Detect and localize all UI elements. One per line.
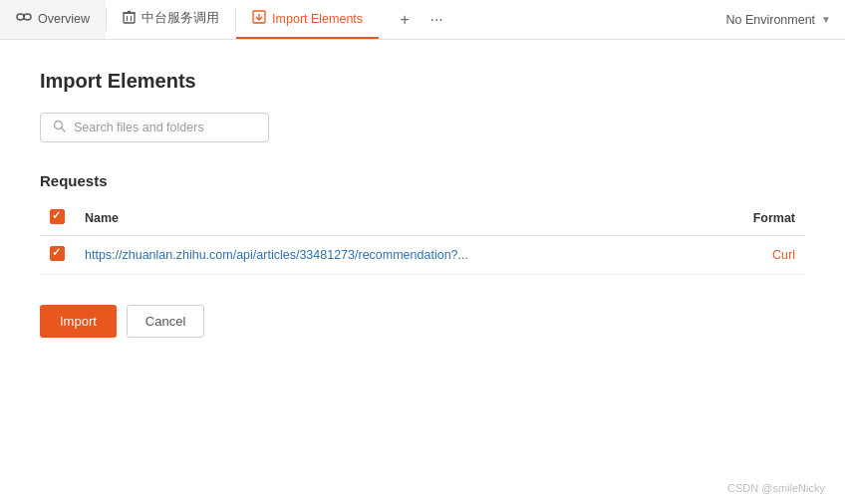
table-row: https://zhuanlan.zhihu.com/api/articles/… [40,236,805,275]
tab-import-elements-label: Import Elements [272,12,363,26]
tab-zhongtai[interactable]: 中台服务调用 [107,0,235,39]
environment-selector[interactable]: No Environment ▼ [711,0,845,39]
search-placeholder: Search files and folders [74,121,204,134]
header-name: Name [75,201,707,236]
footer-credit: CSDN @smileNicky [727,482,825,494]
row-checkbox-cell [40,236,75,275]
header-checkbox-cell [40,201,75,236]
name-cell: https://zhuanlan.zhihu.com/api/articles/… [85,248,698,262]
url-link[interactable]: https://zhuanlan.zhihu.com/api/articles/… [85,248,468,262]
svg-point-0 [17,14,24,20]
more-tabs-button[interactable]: ··· [422,6,450,34]
import-icon [252,10,266,27]
tab-overview-label: Overview [38,12,90,26]
nav-bar: Overview 中台服务调用 Import Elements + · [0,0,845,40]
row-name-cell: https://zhuanlan.zhihu.com/api/articles/… [75,236,707,275]
page-title: Import Elements [40,70,805,93]
cancel-button[interactable]: Cancel [127,305,204,338]
requests-section: Requests Name Format [40,172,805,275]
requests-table: Name Format https://zhuanlan.zhihu.com/a… [40,201,805,275]
trash-icon [123,10,136,27]
svg-rect-2 [124,13,135,23]
svg-line-10 [62,128,66,132]
action-buttons: Import Cancel [40,305,805,338]
tab-overview[interactable]: Overview [0,0,106,39]
tab-zhongtai-label: 中台服务调用 [141,10,219,27]
main-content: Import Elements Search files and folders… [0,40,845,368]
table-header-row: Name Format [40,201,805,236]
env-label: No Environment [725,13,815,27]
nav-actions: + ··· [379,0,462,39]
search-box[interactable]: Search files and folders [40,113,269,142]
header-checkbox[interactable] [50,209,65,224]
overview-icon [16,11,32,26]
row-format-cell: Curl [707,236,805,275]
requests-title: Requests [40,172,805,189]
search-icon [53,120,66,135]
svg-point-1 [24,14,31,20]
format-badge: Curl [772,248,795,262]
tab-import-elements[interactable]: Import Elements [236,0,379,39]
credit-text: CSDN @smileNicky [727,482,825,494]
header-format: Format [707,201,805,236]
row-checkbox[interactable] [50,246,65,261]
add-tab-button[interactable]: + [391,6,419,34]
chevron-down-icon: ▼ [821,14,831,25]
import-button[interactable]: Import [40,305,117,338]
